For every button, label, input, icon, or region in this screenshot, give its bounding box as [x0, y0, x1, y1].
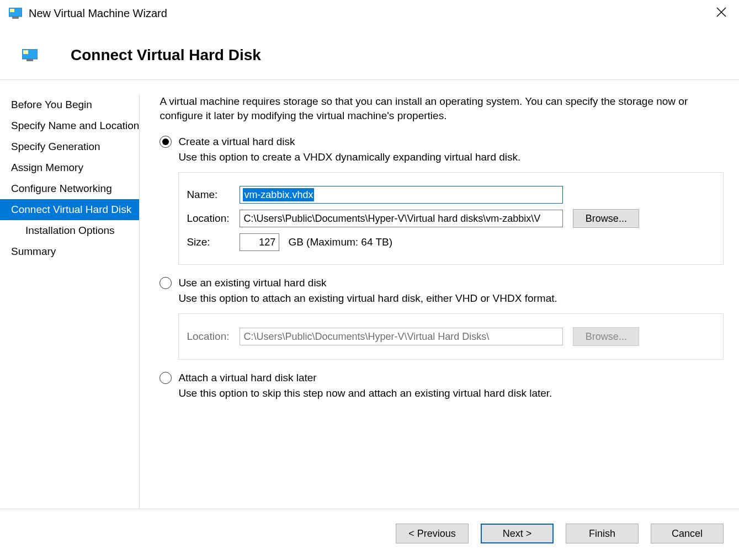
radio-create-vhd-desc: Use this option to create a VHDX dynamic…: [178, 151, 724, 163]
radio-use-existing-desc: Use this option to attach an existing vi…: [178, 292, 724, 305]
location-label: Location:: [187, 212, 234, 225]
window-title: New Virtual Machine Wizard: [29, 7, 167, 20]
sidebar-item-installation-options[interactable]: Installation Options: [0, 220, 139, 241]
cancel-button[interactable]: Cancel: [651, 524, 724, 543]
sidebar-item-specify-generation[interactable]: Specify Generation: [0, 136, 139, 157]
intro-text: A virtual machine requires storage so th…: [160, 94, 724, 122]
radio-icon: [160, 372, 172, 384]
wizard-window: New Virtual Machine Wizard Connect Virtu…: [0, 0, 739, 560]
next-button[interactable]: Next >: [481, 524, 554, 543]
radio-icon: [160, 136, 172, 148]
svg-rect-4: [23, 50, 28, 54]
sidebar-item-before-you-begin[interactable]: Before You Begin: [0, 94, 139, 115]
existing-vhd-group: Location: Browse...: [178, 313, 724, 360]
header-icon: [22, 49, 38, 61]
titlebar-left: New Virtual Machine Wizard: [6, 7, 167, 20]
svg-rect-2: [12, 17, 19, 19]
sidebar-item-connect-vhd[interactable]: Connect Virtual Hard Disk: [0, 199, 139, 220]
wizard-sidebar: Before You Begin Specify Name and Locati…: [0, 94, 140, 509]
existing-browse-button: Browse...: [573, 327, 639, 346]
radio-use-existing-label: Use an existing virtual hard disk: [178, 277, 326, 289]
svg-rect-5: [26, 59, 33, 61]
size-label: Size:: [187, 236, 234, 248]
close-button[interactable]: [709, 3, 733, 23]
titlebar: New Virtual Machine Wizard: [0, 0, 739, 26]
sidebar-item-configure-networking[interactable]: Configure Networking: [0, 178, 139, 199]
radio-icon: [160, 277, 172, 289]
name-label: Name:: [187, 189, 234, 201]
radio-create-vhd-label: Create a virtual hard disk: [178, 136, 295, 148]
name-input-selection: vm-zabbix.vhdx: [243, 188, 314, 201]
svg-rect-1: [10, 9, 14, 12]
radio-attach-later-label: Attach a virtual hard disk later: [178, 372, 316, 384]
header: Connect Virtual Hard Disk: [0, 26, 739, 79]
wizard-body: Before You Begin Specify Name and Locati…: [0, 80, 739, 509]
radio-use-existing[interactable]: Use an existing virtual hard disk: [160, 277, 724, 289]
wizard-footer: < Previous Next > Finish Cancel: [0, 509, 739, 560]
size-hint: GB (Maximum: 64 TB): [288, 236, 392, 248]
radio-create-vhd[interactable]: Create a virtual hard disk: [160, 136, 724, 148]
sidebar-item-assign-memory[interactable]: Assign Memory: [0, 157, 139, 178]
page-title: Connect Virtual Hard Disk: [71, 46, 261, 64]
browse-button[interactable]: Browse...: [573, 209, 639, 228]
size-input[interactable]: [240, 233, 279, 251]
radio-attach-later[interactable]: Attach a virtual hard disk later: [160, 372, 724, 384]
radio-attach-later-desc: Use this option to skip this step now an…: [178, 387, 724, 399]
finish-button[interactable]: Finish: [566, 524, 639, 543]
existing-location-input: [240, 328, 563, 345]
location-input[interactable]: [240, 210, 563, 227]
existing-location-label: Location:: [187, 330, 234, 343]
sidebar-item-specify-name[interactable]: Specify Name and Location: [0, 115, 139, 136]
sidebar-item-summary[interactable]: Summary: [0, 241, 139, 262]
app-icon: [9, 8, 22, 19]
previous-button[interactable]: < Previous: [396, 524, 469, 543]
name-input-wrap: vm-zabbix.vhdx: [240, 186, 563, 204]
create-vhd-group: Name: vm-zabbix.vhdx Location: Browse...…: [178, 172, 724, 265]
wizard-content: A virtual machine requires storage so th…: [140, 94, 739, 509]
